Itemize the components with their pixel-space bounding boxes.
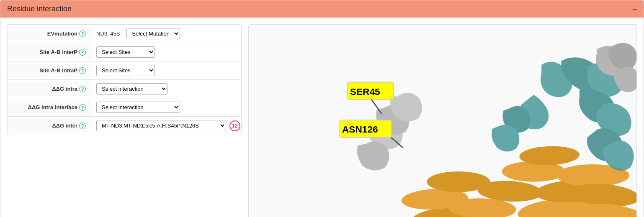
ddg-inter-label: ΔΔG inter ? xyxy=(8,119,91,133)
site-ab-intrap-row: Site A-B IntraP ? Select Sites xyxy=(8,61,241,80)
ddg-intra-interface-select[interactable]: Select interaction xyxy=(96,102,180,113)
site-ab-intrap-select[interactable]: Select Sites xyxy=(96,65,155,76)
protein-structure-svg: SER45 ASN126 xyxy=(249,25,636,217)
site-ab-intrap-control: Select Sites xyxy=(91,61,241,79)
widget-body: EVmutation ? ND3: 45S - Select Mutation … xyxy=(0,18,644,217)
ddg-inter-control: MT-ND3:MT-ND1:5lc5:A:H:S45P:N126S 12 xyxy=(91,117,242,135)
ddg-intra-label-text: ΔΔG intra xyxy=(52,86,77,92)
ddg-intra-interface-label: ΔΔG intra interface ? xyxy=(8,101,91,114)
ddg-inter-row: ΔΔG inter ? MT-ND3:MT-ND1:5lc5:A:H:S45P:… xyxy=(8,117,241,135)
ddg-intra-interface-control: Select interaction xyxy=(91,98,241,116)
site-ab-interp-select[interactable]: Select Sites xyxy=(96,46,155,58)
evmutation-label-text: EVmutation xyxy=(47,31,77,37)
site-ab-interp-control: Select Sites xyxy=(91,43,241,61)
residue-interaction-widget: Residue interaction − EVmutation ? ND3: … xyxy=(0,0,644,217)
left-panel: EVmutation ? ND3: 45S - Select Mutation … xyxy=(7,24,242,217)
ddg-intra-row: ΔΔG intra ? Select interaction xyxy=(8,80,241,98)
ddg-intra-interface-label-text: ΔΔG intra interface xyxy=(28,104,77,110)
ddg-inter-help-icon[interactable]: ? xyxy=(79,123,86,129)
ddg-intra-interface-help-icon[interactable]: ? xyxy=(79,104,86,111)
ddg-intra-control: Select interaction xyxy=(91,80,241,98)
svg-text:SER45: SER45 xyxy=(350,86,380,97)
site-ab-intrap-help-icon[interactable]: ? xyxy=(79,67,86,74)
evmutation-row: EVmutation ? ND3: 45S - Select Mutation xyxy=(8,25,241,43)
evmutation-help-icon[interactable]: ? xyxy=(79,31,86,37)
svg-text:ASN126: ASN126 xyxy=(342,124,378,135)
site-ab-interp-label-text: Site A-B InterP xyxy=(39,49,77,55)
ddg-intra-select[interactable]: Select interaction xyxy=(96,83,167,94)
widget-header: Residue interaction − xyxy=(0,0,644,18)
evmutation-control: ND3: 45S - Select Mutation xyxy=(91,25,241,43)
ddg-intra-help-icon[interactable]: ? xyxy=(79,86,86,92)
ddg-intra-label: ΔΔG intra ? xyxy=(8,82,91,96)
site-ab-intrap-label: Site A-B IntraP ? xyxy=(8,64,91,77)
ddg-inter-label-text: ΔΔG inter xyxy=(52,123,77,129)
site-ab-interp-label: Site A-B InterP ? xyxy=(8,46,91,59)
site-ab-interp-row: Site A-B InterP ? Select Sites xyxy=(8,43,241,61)
right-panel: SER45 ASN126 ΔΔG both: 0.10 ΔΔG 1st: -1.… xyxy=(248,24,637,217)
site-ab-interp-help-icon[interactable]: ? xyxy=(79,49,86,56)
minimize-button[interactable]: − xyxy=(632,5,637,13)
ddg-intra-interface-row: ΔΔG intra interface ? Select interaction xyxy=(8,98,241,117)
evmutation-prefix: ND3: 45S - xyxy=(96,31,123,37)
widget-title: Residue interaction xyxy=(7,5,72,13)
evmutation-select[interactable]: Select Mutation xyxy=(126,28,180,39)
site-ab-intrap-label-text: Site A-B IntraP xyxy=(39,67,77,74)
evmutation-label: EVmutation ? xyxy=(8,27,91,41)
form-table: EVmutation ? ND3: 45S - Select Mutation … xyxy=(7,24,242,135)
ddg-inter-badge[interactable]: 12 xyxy=(229,120,240,131)
ddg-inter-select[interactable]: MT-ND3:MT-ND1:5lc5:A:H:S45P:N126S xyxy=(96,120,226,131)
